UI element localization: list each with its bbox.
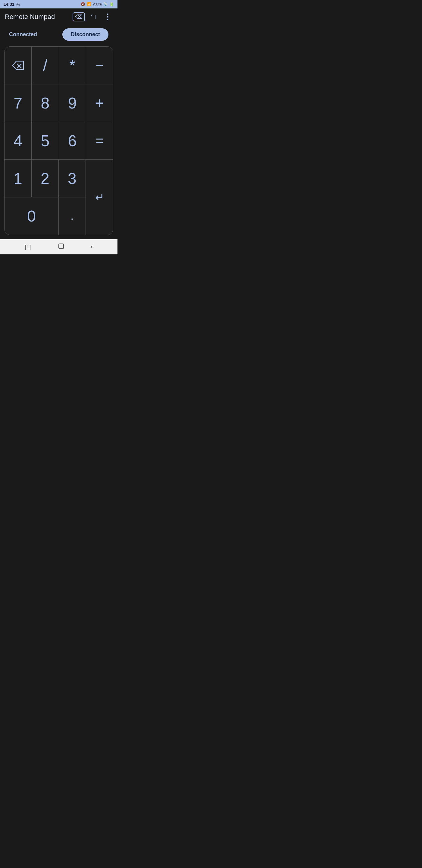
status-bar: 14:31 ◎ 🔇 📶 VoLTE 📡 🔋 [0, 0, 118, 8]
wifi-icon: 📶 [87, 2, 91, 6]
lte-icon: VoLTE [93, 3, 102, 6]
status-time: 14:31 [4, 2, 14, 7]
key-4[interactable]: 4 [4, 122, 32, 159]
key-5[interactable]: 5 [32, 122, 59, 159]
vibrate-icon[interactable]: ⎖‖ [89, 12, 99, 22]
numpad-container: / * − 7 8 9 + 4 5 6 = 1 2 3 [0, 43, 118, 239]
key-6[interactable]: 6 [59, 122, 86, 159]
more-options-icon[interactable]: ⋮ [102, 11, 112, 23]
svg-rect-2 [59, 244, 64, 249]
key-2[interactable]: 2 [32, 160, 59, 197]
home-button[interactable] [55, 240, 67, 254]
numpad-row-1: / * − [4, 47, 113, 84]
connection-bar: Connected Disconnect [0, 25, 118, 43]
nav-bar: ||| ‹ [0, 239, 118, 254]
minus-key[interactable]: − [86, 47, 113, 84]
numpad-bottom-section: 1 2 3 0 . ↵ ↵ [4, 160, 113, 235]
numpad: / * − 7 8 9 + 4 5 6 = 1 2 3 [4, 46, 113, 235]
shazam-icon: ◎ [16, 2, 20, 7]
status-bar-left: 14:31 ◎ [4, 2, 20, 7]
disconnect-button[interactable]: Disconnect [62, 28, 108, 41]
divide-key[interactable]: / [32, 47, 59, 84]
key-0[interactable]: 0 [4, 197, 59, 235]
key-3[interactable]: 3 [59, 160, 86, 197]
battery-icon: 🔋 [109, 2, 114, 6]
enter-key-span[interactable]: ↵ [86, 160, 113, 235]
equals-key[interactable]: = [86, 122, 113, 159]
recent-apps-button[interactable]: ||| [23, 241, 34, 253]
status-bar-right: 🔇 📶 VoLTE 📡 🔋 [81, 2, 114, 6]
title-bar: Remote Numpad ⌫ ⎖‖ ⋮ [0, 8, 118, 25]
connected-label: Connected [9, 31, 37, 38]
key-9[interactable]: 9 [59, 84, 86, 122]
backspace-key[interactable] [4, 47, 32, 84]
dot-key[interactable]: . [59, 197, 86, 235]
plus-key[interactable]: + [86, 84, 113, 122]
backspace-title-icon[interactable]: ⌫ [73, 12, 85, 22]
key-8[interactable]: 8 [32, 84, 59, 122]
numpad-row-3: 4 5 6 = [4, 122, 113, 160]
back-button[interactable]: ‹ [88, 241, 95, 253]
multiply-key[interactable]: * [59, 47, 86, 84]
key-1[interactable]: 1 [4, 160, 32, 197]
app-title: Remote Numpad [5, 13, 69, 21]
numpad-row-2: 7 8 9 + [4, 84, 113, 122]
mute-icon: 🔇 [81, 2, 85, 6]
key-7[interactable]: 7 [4, 84, 32, 122]
signal-icon: 📡 [103, 2, 108, 6]
